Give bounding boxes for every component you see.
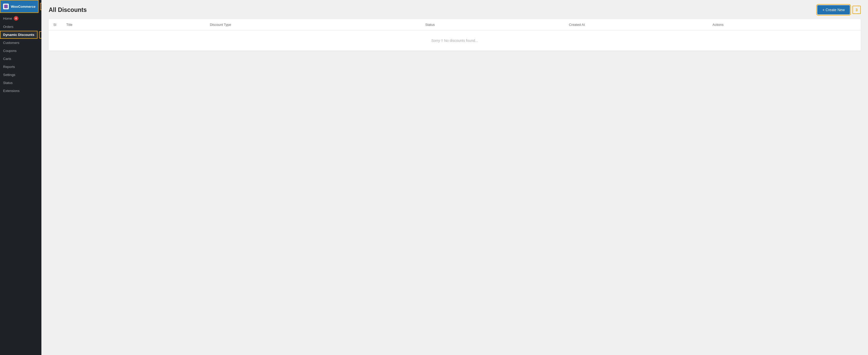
sidebar-item-coupons[interactable]: Coupons	[0, 47, 41, 55]
discounts-table: Sl Title Discount Type Status Created At…	[49, 19, 861, 50]
home-badge: 4	[14, 16, 19, 21]
sidebar-item-status-label: Status	[3, 81, 13, 85]
sidebar-item-dynamic-discounts[interactable]: Dynamic Discounts	[0, 31, 37, 39]
sidebar: WooCommerce 1 Home 4 Orders Dynamic Disc…	[0, 0, 41, 355]
create-new-button[interactable]: + Create New	[817, 5, 850, 14]
sidebar-item-settings-label: Settings	[3, 73, 15, 77]
col-status: Status	[425, 23, 569, 27]
sidebar-item-reports-label: Reports	[3, 65, 15, 69]
sidebar-nav: Home 4 Orders Dynamic Discounts 2 Custom…	[0, 13, 41, 95]
sidebar-item-home[interactable]: Home 4	[0, 14, 41, 23]
woo-icon	[3, 4, 9, 9]
sidebar-item-home-label: Home	[3, 16, 12, 21]
sidebar-item-dynamic-discounts-label: Dynamic Discounts	[3, 33, 34, 37]
sidebar-item-coupons-label: Coupons	[3, 49, 17, 53]
header-right: + Create New 3	[817, 5, 861, 14]
main-content: All Discounts + Create New 3 Sl Title Di…	[41, 0, 868, 355]
woocommerce-brand[interactable]: WooCommerce	[0, 0, 38, 13]
sidebar-item-settings[interactable]: Settings	[0, 71, 41, 79]
sidebar-item-reports[interactable]: Reports	[0, 63, 41, 71]
sidebar-item-carts[interactable]: Carts	[0, 55, 41, 63]
col-sl: Sl	[53, 23, 66, 27]
sidebar-item-orders[interactable]: Orders	[0, 23, 41, 31]
page-title: All Discounts	[49, 6, 87, 13]
sidebar-item-carts-label: Carts	[3, 57, 11, 61]
table-body: Sorry !! No discounts found...	[49, 31, 861, 50]
col-title: Title	[66, 23, 210, 27]
sidebar-item-orders-label: Orders	[3, 25, 13, 29]
col-discount-type: Discount Type	[210, 23, 425, 27]
sidebar-item-customers[interactable]: Customers	[0, 39, 41, 47]
sidebar-item-extensions-label: Extensions	[3, 89, 20, 93]
col-created-at: Created At	[569, 23, 712, 27]
annotation-3: 3	[852, 6, 861, 14]
sidebar-item-status[interactable]: Status	[0, 79, 41, 87]
col-actions: Actions	[712, 23, 856, 27]
sidebar-item-customers-label: Customers	[3, 41, 20, 45]
table-header: Sl Title Discount Type Status Created At…	[49, 19, 861, 31]
page-header: All Discounts + Create New 3	[49, 5, 861, 14]
empty-message: Sorry !! No discounts found...	[431, 38, 478, 43]
sidebar-item-extensions[interactable]: Extensions	[0, 87, 41, 95]
brand-label: WooCommerce	[11, 5, 35, 8]
